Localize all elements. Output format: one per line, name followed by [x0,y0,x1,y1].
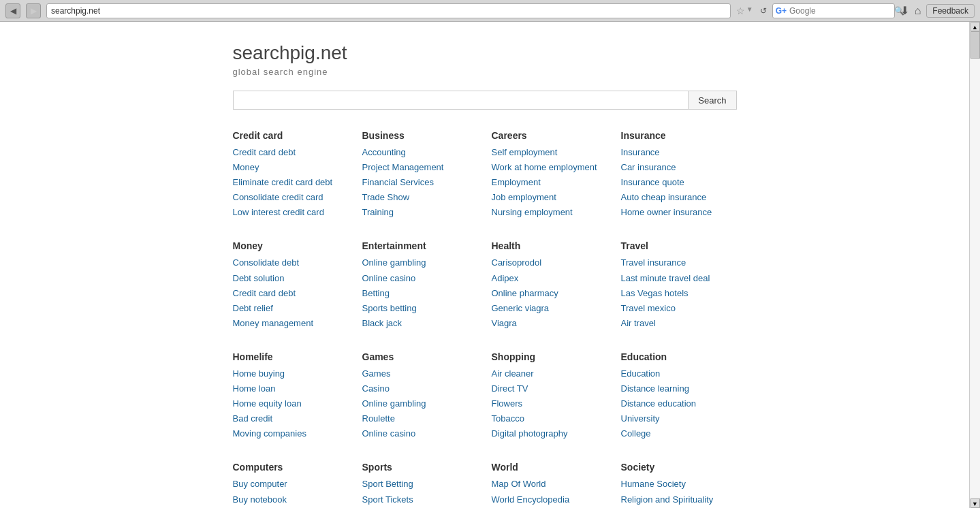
category-link-games[interactable]: Online casino [362,426,478,441]
category-title-money: Money [233,240,349,251]
category-link-entertainment[interactable]: Sports betting [362,301,478,316]
category-link-games[interactable]: Roulette [362,411,478,426]
scroll-up-arrow[interactable]: ▲ [970,22,980,31]
download-button[interactable]: ⬇ [900,4,909,17]
category-link-health[interactable]: Online pharmacy [492,286,607,301]
forward-button[interactable]: ▶ [26,3,41,18]
category-link-shopping[interactable]: Flowers [492,396,607,411]
category-link-careers[interactable]: Job employment [492,190,607,205]
category-link-insurance[interactable]: Insurance [621,145,737,160]
category-link-shopping[interactable]: Direct TV [492,381,607,396]
category-link-entertainment[interactable]: Online gambling [362,255,478,270]
feedback-button[interactable]: Feedback [926,4,975,18]
categories-grid: Credit cardCredit card debtMoneyEliminat… [233,130,737,508]
category-link-games[interactable]: Casino [362,381,478,396]
category-link-education[interactable]: Distance education [621,396,737,411]
category-title-insurance: Insurance [621,130,737,141]
category-link-computers[interactable]: Buy notebook [233,492,349,507]
category-link-business[interactable]: Financial Services [362,175,478,190]
category-link-homelife[interactable]: Home equity loan [233,396,349,411]
category-link-travel[interactable]: Last minute travel deal [621,271,737,286]
category-link-health[interactable]: Carisoprodol [492,255,607,270]
category-link-careers[interactable]: Work at home employment [492,160,607,175]
search-input[interactable] [233,91,689,110]
category-link-health[interactable]: Viagra [492,316,607,331]
category-link-sports[interactable]: Sport Tickets [362,492,478,507]
scroll-track[interactable] [970,31,980,498]
category-link-education[interactable]: College [621,426,737,441]
category-link-insurance[interactable]: Auto cheap insurance [621,190,737,205]
category-link-education[interactable]: Distance learning [621,381,737,396]
category-link-health[interactable]: Adipex [492,271,607,286]
star-dropdown-icon[interactable]: ▼ [746,5,753,16]
address-bar[interactable]: searchpig.net [46,3,731,18]
category-link-travel[interactable]: Travel mexico [621,301,737,316]
category-link-business[interactable]: Accounting [362,145,478,160]
category-link-homelife[interactable]: Home loan [233,381,349,396]
category-link-education[interactable]: Education [621,366,737,381]
back-button[interactable]: ◀ [5,3,20,18]
category-title-entertainment: Entertainment [362,240,478,251]
category-title-health: Health [492,240,607,251]
refresh-button[interactable]: ↺ [760,6,767,16]
google-search-box[interactable]: G+ 🔍 [772,3,895,18]
category-link-money[interactable]: Consolidate debt [233,255,349,270]
category-link-society[interactable]: Religion and Spirituality [621,492,737,507]
category-section-money: MoneyConsolidate debtDebt solutionCredit… [233,240,349,330]
category-link-society[interactable]: Humane Society [621,477,737,492]
category-section-health: HealthCarisoprodolAdipexOnline pharmacyG… [492,240,607,330]
category-link-credit-card[interactable]: Eliminate credit card debt [233,175,349,190]
category-title-games: Games [362,351,478,362]
scroll-down-arrow[interactable]: ▼ [970,498,980,508]
category-link-business[interactable]: Project Management [362,160,478,175]
google-search-input[interactable] [789,6,891,16]
category-link-health[interactable]: Generic viagra [492,301,607,316]
category-link-careers[interactable]: Nursing employment [492,205,607,220]
category-link-insurance[interactable]: Car insurance [621,160,737,175]
category-link-sports[interactable]: Sport Betting [362,477,478,492]
category-link-shopping[interactable]: Air cleaner [492,366,607,381]
category-link-shopping[interactable]: Tobacco [492,411,607,426]
category-link-credit-card[interactable]: Consolidate credit card [233,190,349,205]
category-section-education: EducationEducationDistance learningDista… [621,351,737,441]
category-link-travel[interactable]: Travel insurance [621,255,737,270]
category-link-business[interactable]: Trade Show [362,190,478,205]
category-link-credit-card[interactable]: Credit card debt [233,145,349,160]
category-link-homelife[interactable]: Home buying [233,366,349,381]
category-link-games[interactable]: Online gambling [362,396,478,411]
category-link-money[interactable]: Debt solution [233,271,349,286]
category-link-credit-card[interactable]: Low interest credit card [233,205,349,220]
scrollbar[interactable]: ▲ ▼ [969,22,980,508]
main-container: searchpig.net global search engine Searc… [219,22,750,508]
category-link-careers[interactable]: Self employment [492,145,607,160]
category-link-credit-card[interactable]: Money [233,160,349,175]
star-icon[interactable]: ☆ [736,5,745,16]
category-section-society: SocietyHumane SocietyReligion and Spirit… [621,462,737,508]
category-link-money[interactable]: Credit card debt [233,286,349,301]
category-link-homelife[interactable]: Bad credit [233,411,349,426]
category-link-travel[interactable]: Air travel [621,316,737,331]
category-link-computers[interactable]: Buy computer [233,477,349,492]
category-link-world[interactable]: World Encyclopedia [492,492,607,507]
site-title: searchpig.net [233,42,737,64]
scroll-thumb[interactable] [970,31,980,59]
category-section-business: BusinessAccountingProject ManagementFina… [362,130,478,220]
category-link-games[interactable]: Games [362,366,478,381]
category-link-insurance[interactable]: Insurance quote [621,175,737,190]
category-link-careers[interactable]: Employment [492,175,607,190]
category-link-money[interactable]: Money management [233,316,349,331]
category-link-entertainment[interactable]: Black jack [362,316,478,331]
category-link-money[interactable]: Debt relief [233,301,349,316]
category-link-entertainment[interactable]: Online casino [362,271,478,286]
category-link-education[interactable]: University [621,411,737,426]
category-link-homelife[interactable]: Moving companies [233,426,349,441]
search-button[interactable]: Search [689,91,736,110]
category-link-business[interactable]: Training [362,205,478,220]
home-button[interactable]: ⌂ [915,5,921,17]
category-link-entertainment[interactable]: Betting [362,286,478,301]
category-link-travel[interactable]: Las Vegas hotels [621,286,737,301]
category-link-shopping[interactable]: Digital photography [492,426,607,441]
category-link-world[interactable]: Map Of World [492,477,607,492]
category-link-insurance[interactable]: Home owner insurance [621,205,737,220]
category-section-insurance: InsuranceInsuranceCar insuranceInsurance… [621,130,737,220]
